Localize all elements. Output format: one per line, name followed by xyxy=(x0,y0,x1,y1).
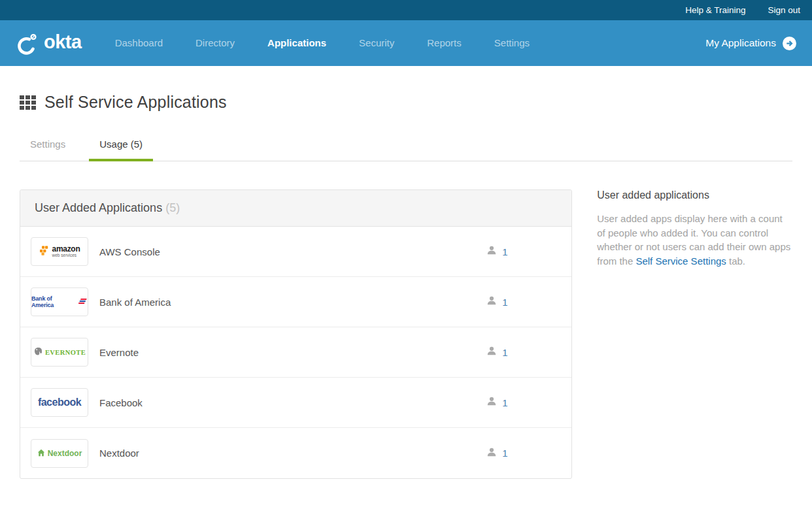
app-name: Facebook xyxy=(99,397,486,408)
person-icon xyxy=(486,447,497,460)
help-sidebar-text: User added apps display here with a coun… xyxy=(597,212,792,268)
user-count[interactable]: 1 xyxy=(486,396,571,409)
aws-console-logo: amazon web services xyxy=(31,237,88,266)
nextdoor-logo-text: Nextdoor xyxy=(48,449,82,458)
person-icon xyxy=(486,346,497,359)
nav-item-applications[interactable]: Applications xyxy=(251,20,343,66)
panel-count: (5) xyxy=(165,201,180,214)
sign-out-link[interactable]: Sign out xyxy=(768,5,800,15)
bank-of-america-logo: Bank of America xyxy=(31,287,88,316)
panel-title: User Added Applications xyxy=(35,201,162,214)
table-row: facebook Facebook 1 xyxy=(20,378,571,428)
user-count-value: 1 xyxy=(502,246,507,257)
nav-items: Dashboard Directory Applications Securit… xyxy=(99,20,546,66)
grid-icon xyxy=(20,95,36,110)
nav-item-settings[interactable]: Settings xyxy=(478,20,546,66)
main-nav: okta Dashboard Directory Applications Se… xyxy=(0,20,812,66)
nav-item-reports[interactable]: Reports xyxy=(411,20,478,66)
table-row: Bank of America Bank of A xyxy=(20,277,571,327)
user-count[interactable]: 1 xyxy=(486,245,571,258)
self-service-settings-link[interactable]: Self Service Settings xyxy=(635,255,726,267)
nextdoor-house-icon xyxy=(37,448,45,459)
my-applications-button[interactable]: My Applications xyxy=(705,37,796,50)
app-name: AWS Console xyxy=(99,246,486,257)
nav-item-dashboard[interactable]: Dashboard xyxy=(99,20,179,66)
table-row: Nextdoor Nextdoor 1 xyxy=(20,428,571,478)
page-head: Self Service Applications xyxy=(20,66,792,112)
table-row: amazon web services AWS Console 1 xyxy=(20,227,571,277)
arrow-right-circle-icon xyxy=(783,37,796,50)
facebook-logo-text: facebook xyxy=(38,397,81,408)
okta-logo-icon xyxy=(16,31,38,55)
bofa-flag-icon xyxy=(77,296,88,308)
my-applications-label: My Applications xyxy=(705,37,776,49)
help-sidebar-title: User added applications xyxy=(597,189,792,201)
user-count[interactable]: 1 xyxy=(486,346,571,359)
evernote-logo: EVERNOTE xyxy=(31,338,88,367)
nextdoor-logo: Nextdoor xyxy=(31,439,88,468)
tab-bar: Settings Usage (5) xyxy=(20,139,792,161)
tab-usage[interactable]: Usage (5) xyxy=(89,139,153,161)
user-added-applications-panel: User Added Applications (5) xyxy=(20,189,572,479)
utility-bar: Help & Training Sign out xyxy=(0,0,812,20)
help-training-link[interactable]: Help & Training xyxy=(685,5,745,15)
app-name: Evernote xyxy=(99,347,486,358)
tab-settings[interactable]: Settings xyxy=(20,139,76,161)
user-count-value: 1 xyxy=(502,448,507,459)
brand-name: okta xyxy=(44,33,82,52)
main-area: User Added Applications (5) xyxy=(20,189,792,479)
person-icon xyxy=(486,245,497,258)
nav-item-directory[interactable]: Directory xyxy=(179,20,251,66)
evernote-logo-text: EVERNOTE xyxy=(45,349,86,356)
nav-item-security[interactable]: Security xyxy=(343,20,411,66)
person-icon xyxy=(486,295,497,308)
facebook-logo: facebook xyxy=(31,388,88,417)
help-text-after: tab. xyxy=(726,255,745,267)
panel-header: User Added Applications (5) xyxy=(20,190,571,227)
aws-boxes-icon xyxy=(39,246,50,258)
aws-logo-text: amazon xyxy=(52,245,80,253)
user-count[interactable]: 1 xyxy=(486,295,571,308)
person-icon xyxy=(486,396,497,409)
okta-brand[interactable]: okta xyxy=(16,31,82,55)
bofa-logo-text: Bank of America xyxy=(31,295,75,308)
user-count[interactable]: 1 xyxy=(486,447,571,460)
table-row: EVERNOTE Evernote 1 xyxy=(20,327,571,378)
evernote-elephant-icon xyxy=(33,346,43,359)
user-count-value: 1 xyxy=(502,347,507,358)
page-title: Self Service Applications xyxy=(44,93,227,112)
user-count-value: 1 xyxy=(502,297,507,308)
aws-logo-subtext: web services xyxy=(52,254,80,258)
app-name: Bank of America xyxy=(99,297,486,308)
app-name: Nextdoor xyxy=(99,448,486,459)
page-content: Self Service Applications Settings Usage… xyxy=(0,66,812,479)
help-sidebar: User added applications User added apps … xyxy=(597,189,792,268)
user-count-value: 1 xyxy=(502,397,507,408)
